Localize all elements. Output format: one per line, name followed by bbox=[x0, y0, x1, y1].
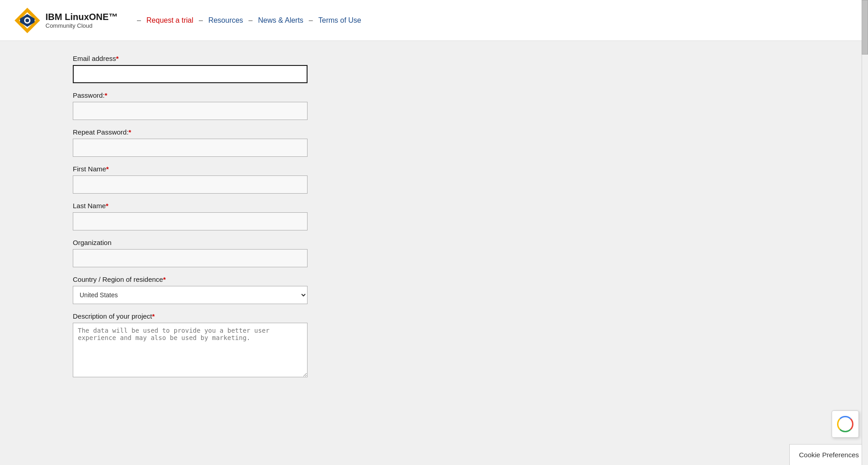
last-name-input[interactable] bbox=[73, 212, 308, 230]
country-label: Country / Region of residence* bbox=[73, 275, 337, 283]
nav-resources[interactable]: Resources bbox=[208, 16, 243, 25]
first-name-input[interactable] bbox=[73, 175, 308, 194]
cookie-preferences-button[interactable]: Cookie Preferences bbox=[789, 444, 868, 465]
logo-text: IBM LinuxONE™ Community Cloud bbox=[45, 11, 118, 29]
first-name-group: First Name* bbox=[73, 165, 337, 194]
password-label: Password:* bbox=[73, 91, 337, 99]
organization-label: Organization bbox=[73, 239, 337, 246]
repeat-password-input[interactable] bbox=[73, 139, 308, 157]
repeat-password-label: Repeat Password:* bbox=[73, 128, 337, 136]
repeat-password-group: Repeat Password:* bbox=[73, 128, 337, 157]
nav-sep-4: – bbox=[309, 16, 313, 25]
brand-sub: Community Cloud bbox=[45, 22, 118, 29]
logo-area: IBM LinuxONE™ Community Cloud bbox=[14, 7, 118, 34]
email-group: Email address* bbox=[73, 55, 337, 83]
nav-sep-2: – bbox=[199, 16, 203, 25]
password-group: Password:* bbox=[73, 91, 337, 120]
country-group: Country / Region of residence* United St… bbox=[73, 275, 337, 304]
organization-group: Organization bbox=[73, 239, 337, 267]
project-group: Description of your project* bbox=[73, 312, 337, 379]
password-input[interactable] bbox=[73, 102, 308, 120]
organization-input[interactable] bbox=[73, 249, 308, 267]
email-input[interactable] bbox=[73, 65, 308, 83]
last-name-group: Last Name* bbox=[73, 202, 337, 230]
scrollbar-track bbox=[862, 0, 868, 465]
project-textarea[interactable] bbox=[73, 323, 308, 377]
logo-icon bbox=[14, 7, 41, 34]
nav-request-trial[interactable]: Request a trial bbox=[146, 16, 193, 25]
first-name-label: First Name* bbox=[73, 165, 337, 173]
recaptcha-widget[interactable] bbox=[832, 410, 859, 438]
header: IBM LinuxONE™ Community Cloud – Request … bbox=[0, 0, 868, 41]
scrollbar-thumb[interactable] bbox=[862, 0, 868, 55]
main-content: Email address* Password:* Repeat Passwor… bbox=[0, 41, 409, 401]
nav-sep-3: – bbox=[248, 16, 252, 25]
svg-point-4 bbox=[25, 19, 29, 22]
last-name-label: Last Name* bbox=[73, 202, 337, 210]
project-label: Description of your project* bbox=[73, 312, 337, 320]
nav-terms-of-use[interactable]: Terms of Use bbox=[318, 16, 361, 25]
email-label: Email address* bbox=[73, 55, 337, 62]
recaptcha-spinner bbox=[837, 416, 853, 432]
country-select[interactable]: United States Canada United Kingdom Germ… bbox=[73, 286, 308, 304]
nav-sep-1: – bbox=[137, 16, 141, 25]
main-nav: – Request a trial – Resources – News & A… bbox=[131, 16, 361, 25]
brand-name: IBM LinuxONE™ bbox=[45, 11, 118, 22]
nav-news-alerts[interactable]: News & Alerts bbox=[258, 16, 303, 25]
